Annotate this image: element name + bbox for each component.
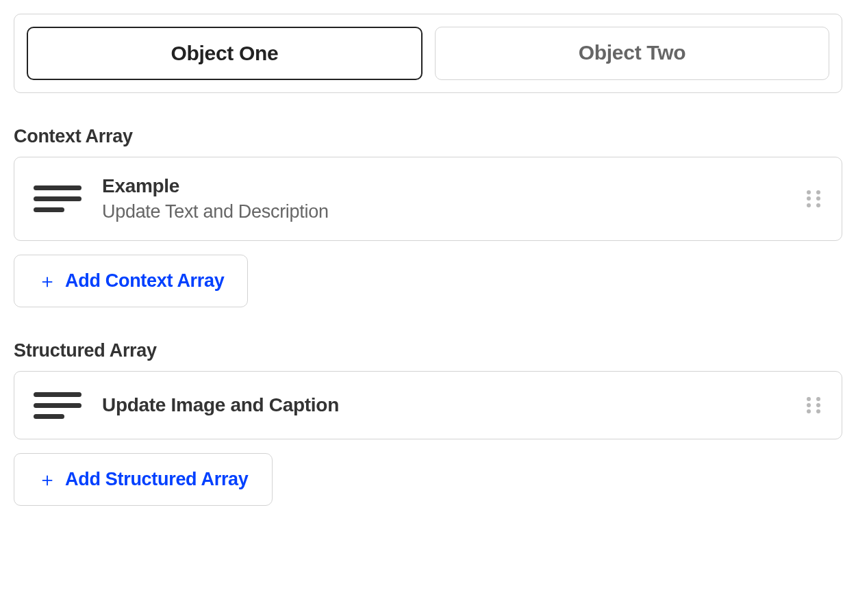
drag-handle-icon[interactable]: [805, 190, 822, 208]
context-array-section: Context Array Example Update Text and De…: [14, 126, 842, 340]
context-item-subtitle: Update Text and Description: [102, 201, 805, 222]
context-array-item[interactable]: Example Update Text and Description: [14, 157, 842, 241]
add-structured-label: Add Structured Array: [65, 469, 249, 490]
context-item-title: Example: [102, 175, 805, 197]
object-tab-group: Object One Object Two: [14, 14, 842, 93]
context-array-label: Context Array: [14, 126, 842, 147]
add-context-label: Add Context Array: [65, 270, 224, 292]
plus-icon: ＋: [38, 470, 57, 489]
list-icon: [34, 183, 81, 215]
add-context-array-button[interactable]: ＋ Add Context Array: [14, 255, 248, 307]
context-item-content: Example Update Text and Description: [102, 175, 805, 222]
plus-icon: ＋: [38, 272, 57, 291]
structured-array-item[interactable]: Update Image and Caption: [14, 371, 842, 439]
add-structured-array-button[interactable]: ＋ Add Structured Array: [14, 453, 273, 506]
tab-object-one[interactable]: Object One: [27, 27, 423, 80]
drag-handle-icon[interactable]: [805, 396, 822, 414]
structured-array-section: Structured Array Update Image and Captio…: [14, 340, 842, 539]
structured-item-title: Update Image and Caption: [102, 394, 805, 416]
tab-object-two[interactable]: Object Two: [435, 27, 829, 80]
list-icon: [34, 389, 81, 421]
structured-item-content: Update Image and Caption: [102, 394, 805, 416]
structured-array-label: Structured Array: [14, 340, 842, 361]
